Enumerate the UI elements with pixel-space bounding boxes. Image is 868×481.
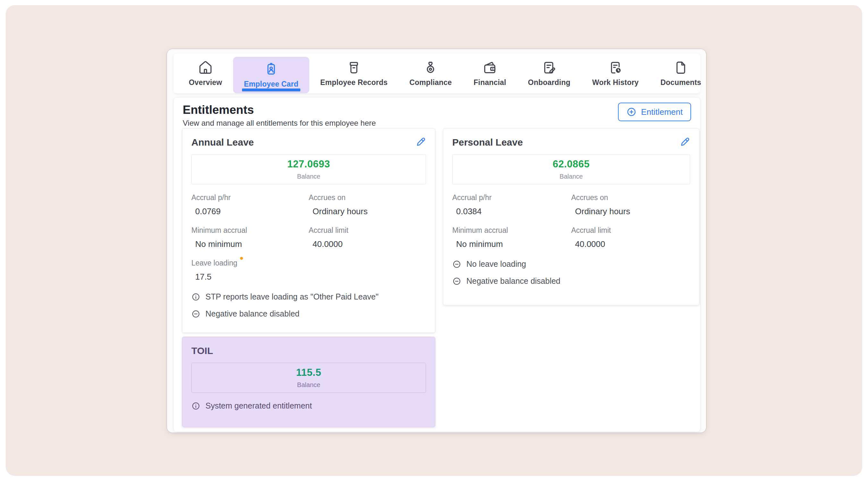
tab-documents[interactable]: Documents [650, 54, 712, 93]
note-system-generated: System generated entitlement [191, 401, 426, 411]
tab-label: Documents [661, 78, 701, 87]
balance-box: 127.0693 Balance [191, 154, 426, 184]
balance-label: Balance [297, 381, 320, 389]
field-label: Minimum accrual [452, 226, 508, 235]
note-text: System generated entitlement [206, 401, 312, 411]
pencil-icon [415, 137, 426, 147]
field-label: Minimum accrual [191, 226, 247, 235]
field-accrual-limit: Accrual limit 40.0000 [309, 226, 426, 249]
card-title: TOIL [191, 345, 213, 356]
tab-work-history[interactable]: Work History [581, 54, 649, 93]
balance-value: 115.5 [296, 367, 321, 379]
medal-icon [423, 60, 438, 75]
field-minimum-accrual: Minimum accrual No minimum [452, 226, 571, 249]
add-entitlement-label: Entitlement [641, 107, 683, 117]
balance-value: 127.0693 [287, 158, 330, 170]
note-text: No leave loading [466, 260, 526, 269]
balance-box: 62.0865 Balance [452, 154, 690, 184]
field-value: 0.0769 [191, 207, 309, 216]
field-label: Accrual p/hr [191, 193, 231, 202]
tab-employee-records[interactable]: Employee Records [309, 54, 398, 93]
tab-financial[interactable]: Financial [463, 54, 517, 93]
plus-circle-icon [626, 107, 637, 117]
minus-circle-icon [452, 277, 461, 286]
balance-box: 115.5 Balance [191, 363, 426, 393]
tab-overview[interactable]: Overview [178, 54, 233, 93]
home-icon [198, 60, 213, 75]
file-icon [674, 60, 688, 75]
field-label: Accrual limit [571, 226, 611, 235]
field-value: 40.0000 [571, 239, 690, 249]
note-no-leave-loading: No leave loading [452, 260, 690, 269]
note-stp-reporting: STP reports leave loading as "Other Paid… [191, 292, 426, 301]
entitlements-section: Entitlements View and manage all entitle… [174, 97, 700, 432]
note-text: Negative balance disabled [206, 309, 299, 319]
page-subtitle: View and manage all entitlements for thi… [183, 119, 376, 128]
field-accrual-per-hour: Accrual p/hr 0.0384 [452, 193, 571, 216]
add-entitlement-button[interactable]: Entitlement [618, 102, 691, 121]
edit-annual-leave-button[interactable] [415, 137, 426, 148]
tab-onboarding[interactable]: Onboarding [517, 54, 581, 93]
tab-label: Overview [189, 78, 222, 87]
field-value: No minimum [452, 239, 571, 249]
field-value: 40.0000 [309, 239, 426, 249]
field-value: Ordinary hours [571, 207, 690, 216]
field-value: Ordinary hours [309, 207, 426, 216]
personal-leave-fields: Accrual p/hr 0.0384 Accrues on Ordinary … [452, 193, 690, 249]
field-label: Accrual p/hr [452, 193, 492, 202]
field-leave-loading: Leave loading 17.5 [191, 259, 309, 282]
minus-circle-icon [191, 309, 200, 319]
required-marker-dot [240, 257, 243, 260]
field-value: 17.5 [191, 272, 309, 282]
minus-circle-icon [452, 260, 461, 269]
active-tab-underline [242, 89, 300, 91]
balance-label: Balance [560, 173, 583, 180]
card-title: Annual Leave [191, 137, 254, 148]
field-label: Accrual limit [309, 226, 348, 235]
note-negative-balance: Negative balance disabled [191, 309, 426, 319]
profile-tab-bar: Overview Employee Card Employee [174, 54, 700, 93]
tab-label: Work History [592, 78, 639, 87]
note-text: STP reports leave loading as "Other Paid… [206, 292, 378, 301]
field-accrual-limit: Accrual limit 40.0000 [571, 226, 690, 249]
personal-leave-notes: No leave loading Negative balance disabl… [452, 260, 690, 286]
file-clock-icon [608, 60, 623, 75]
id-badge-icon [264, 62, 279, 77]
archive-icon [346, 60, 361, 75]
field-value: 0.0384 [452, 207, 571, 216]
note-text: Negative balance disabled [466, 276, 560, 286]
tab-label: Employee Card [244, 80, 299, 89]
note-negative-balance: Negative balance disabled [452, 276, 690, 286]
screen: Overview Employee Card Employee [0, 0, 868, 481]
tab-label: Compliance [409, 78, 452, 87]
annual-leave-card: Annual Leave 127.0693 Balance Accrual p/… [182, 128, 435, 333]
tab-label: Onboarding [528, 78, 570, 87]
wallet-icon [483, 60, 497, 75]
info-circle-icon [191, 401, 200, 411]
tab-compliance[interactable]: Compliance [398, 54, 463, 93]
annual-leave-fields: Accrual p/hr 0.0769 Accrues on Ordinary … [191, 193, 426, 282]
employee-profile-panel: Overview Employee Card Employee [167, 49, 707, 433]
annual-leave-notes: STP reports leave loading as "Other Paid… [191, 292, 426, 319]
toil-card: TOIL 115.5 Balance System generated enti… [182, 337, 435, 427]
info-circle-icon [191, 293, 200, 301]
field-accrual-per-hour: Accrual p/hr 0.0769 [191, 193, 309, 216]
page-title: Entitlements [183, 103, 254, 117]
tab-label: Employee Records [320, 78, 388, 87]
field-label: Leave loading [191, 259, 237, 267]
balance-label: Balance [297, 173, 320, 180]
field-label: Accrues on [571, 193, 608, 202]
pencil-icon [680, 137, 690, 147]
card-title: Personal Leave [452, 137, 523, 148]
balance-value: 62.0865 [553, 158, 590, 170]
field-value: No minimum [191, 239, 309, 249]
tab-employee-card[interactable]: Employee Card [233, 57, 309, 93]
personal-leave-card: Personal Leave 62.0865 Balance Accrual p… [443, 128, 700, 305]
field-accrues-on: Accrues on Ordinary hours [571, 193, 690, 216]
file-pen-icon [542, 60, 556, 75]
toil-notes: System generated entitlement [191, 401, 426, 411]
field-label: Accrues on [309, 193, 345, 202]
edit-personal-leave-button[interactable] [679, 137, 690, 148]
tab-label: Financial [474, 78, 506, 87]
field-accrues-on: Accrues on Ordinary hours [309, 193, 426, 216]
